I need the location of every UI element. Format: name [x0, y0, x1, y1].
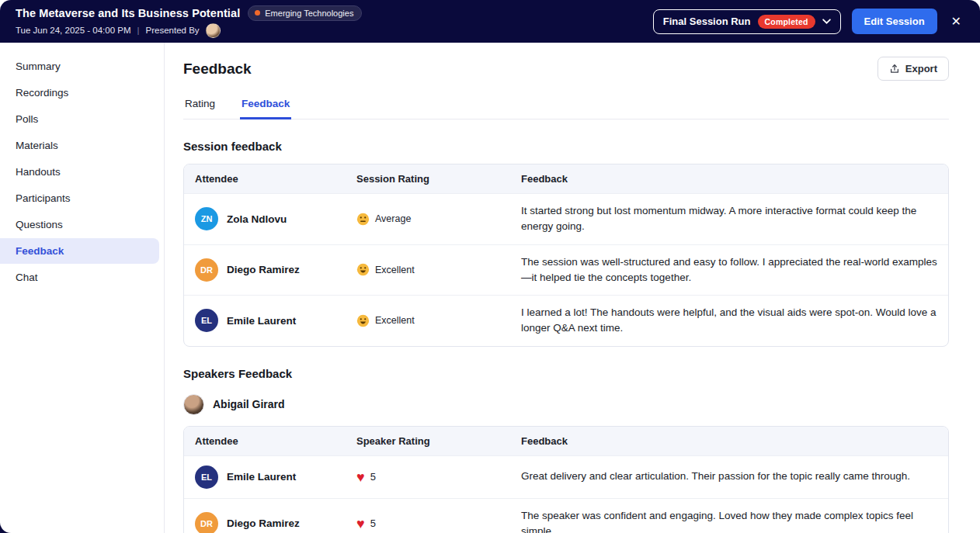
table-header-row: Attendee Session Rating Feedback: [184, 164, 948, 193]
avatar: EL: [195, 466, 218, 489]
column-attendee: Attendee: [184, 164, 346, 193]
neutral-face-icon: [356, 213, 370, 226]
column-attendee: Attendee: [184, 427, 346, 455]
attendee-name: Diego Ramirez: [227, 517, 300, 529]
attendee-name: Diego Ramirez: [227, 264, 300, 275]
smiling-face-icon: [356, 314, 370, 327]
edit-session-button[interactable]: Edit Session: [852, 9, 937, 34]
session-datetime: Tue Jun 24, 2025 - 04:00 PM: [16, 26, 131, 35]
export-icon: [889, 64, 900, 74]
avatar: DR: [195, 258, 218, 282]
table-row: DR Diego Ramirez ♥ 5 The speaker was con…: [184, 498, 948, 533]
heart-icon: ♥: [356, 517, 365, 531]
feedback-text: It started strong but lost momentum midw…: [510, 194, 948, 244]
avatar: DR: [195, 512, 218, 533]
column-feedback: Feedback: [510, 427, 948, 455]
category-badge-label: Emerging Technologies: [265, 9, 353, 18]
table-row: DR Diego Ramirez Excellent The session w…: [184, 244, 948, 296]
smiling-face-icon: [356, 263, 370, 276]
attendee-name: Emile Laurent: [227, 315, 296, 327]
feedback-text: The session was well-structured and easy…: [510, 245, 948, 296]
presented-by-label: Presented By: [146, 26, 200, 35]
page-title: Feedback: [183, 61, 252, 78]
export-button[interactable]: Export: [877, 57, 949, 81]
column-speaker-rating: Speaker Rating: [346, 427, 510, 455]
rating-label: Excellent: [375, 315, 415, 326]
session-info: The Metaverse and Its Business Potential…: [16, 5, 362, 38]
content-scroll-area[interactable]: Feedback Export Rating Feedback Session …: [165, 43, 980, 533]
table-row: ZN Zola Ndlovu Average It started strong…: [184, 193, 948, 244]
column-session-rating: Session Rating: [346, 164, 510, 193]
heart-icon: ♥: [356, 470, 365, 484]
session-run-label: Final Session Run: [663, 16, 751, 27]
session-title: The Metaverse and Its Business Potential: [16, 7, 240, 19]
tab-feedback[interactable]: Feedback: [240, 93, 291, 119]
category-dot-icon: [255, 10, 260, 16]
feedback-tabs: Rating Feedback: [183, 93, 949, 119]
attendee-name: Zola Ndlovu: [227, 213, 287, 225]
session-feedback-table: Attendee Session Rating Feedback ZN Zola…: [183, 164, 949, 347]
table-row: EL Emile Laurent Excellent I learned a l…: [184, 295, 948, 346]
close-icon[interactable]: ✕: [948, 12, 964, 30]
avatar: ZN: [195, 207, 218, 230]
speaker-row: Abigail Girard: [183, 394, 949, 415]
speakers-feedback-title: Speakers Feedback: [183, 367, 949, 380]
sidebar-item-participants[interactable]: Participants: [0, 185, 159, 211]
session-header: The Metaverse and Its Business Potential…: [0, 0, 980, 43]
sidebar-item-handouts[interactable]: Handouts: [0, 159, 159, 185]
feedback-text: Great delivery and clear articulation. T…: [510, 459, 948, 493]
rating-value: 5: [370, 517, 376, 529]
sidebar-item-materials[interactable]: Materials: [0, 133, 159, 158]
sidebar-item-recordings[interactable]: Recordings: [0, 80, 159, 106]
sidebar-item-questions[interactable]: Questions: [0, 212, 159, 237]
app-window: The Metaverse and Its Business Potential…: [0, 0, 980, 533]
avatar: EL: [195, 309, 218, 332]
session-run-dropdown[interactable]: Final Session Run Completed: [653, 9, 841, 34]
speaker-name: Abigail Girard: [213, 398, 285, 410]
feedback-text: The speaker was confident and engaging. …: [510, 499, 948, 533]
sidebar-item-chat[interactable]: Chat: [0, 265, 159, 290]
status-badge: Completed: [758, 15, 815, 29]
feedback-text: I learned a lot! The handouts were helpf…: [510, 296, 948, 346]
separator: |: [137, 26, 140, 35]
sidebar-item-polls[interactable]: Polls: [0, 106, 159, 132]
rating-value: 5: [370, 471, 376, 483]
speaker-avatar: [183, 394, 204, 415]
rating-label: Average: [375, 213, 411, 224]
speaker-feedback-table: Attendee Speaker Rating Feedback EL Emil…: [183, 426, 949, 533]
rating-label: Excellent: [375, 265, 415, 275]
category-badge: Emerging Technologies: [248, 5, 362, 21]
session-feedback-title: Session feedback: [183, 140, 949, 153]
sidebar: Summary Recordings Polls Materials Hando…: [0, 43, 165, 533]
header-actions: Final Session Run Completed Edit Session…: [653, 9, 964, 34]
column-feedback: Feedback: [510, 164, 948, 193]
chevron-down-icon: [822, 19, 831, 24]
tab-rating[interactable]: Rating: [183, 93, 217, 119]
sidebar-item-feedback[interactable]: Feedback: [0, 238, 159, 264]
presenter-avatar[interactable]: [206, 23, 221, 38]
export-label: Export: [905, 63, 937, 74]
sidebar-item-summary[interactable]: Summary: [0, 54, 159, 79]
table-header-row: Attendee Speaker Rating Feedback: [184, 427, 948, 455]
attendee-name: Emile Laurent: [227, 471, 296, 483]
table-row: EL Emile Laurent ♥ 5 Great delivery and …: [184, 455, 948, 498]
